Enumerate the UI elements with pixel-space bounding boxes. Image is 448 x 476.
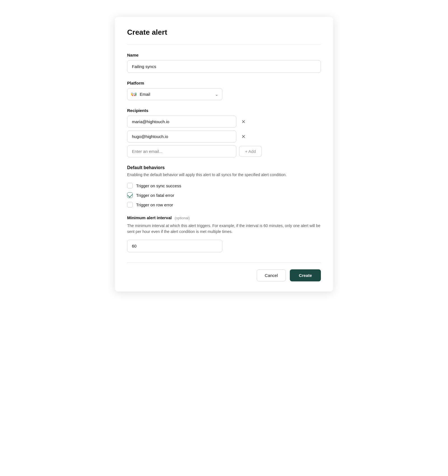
name-section: Name xyxy=(127,53,321,73)
recipients-label: Recipients xyxy=(127,108,321,113)
interval-section: Minimum alert interval (optional) The mi… xyxy=(127,215,321,252)
create-button[interactable]: Create xyxy=(290,269,321,281)
recipient-input-0[interactable] xyxy=(127,116,236,128)
default-behaviors-title: Default behaviors xyxy=(127,165,321,170)
recipient-row: ✕ xyxy=(127,130,321,143)
add-email-label: + Add xyxy=(245,149,256,154)
interval-description: The minimum interval at which this alert… xyxy=(127,223,321,235)
platform-label: Platform xyxy=(127,81,321,85)
interval-optional-text: (optional) xyxy=(174,216,190,220)
remove-recipient-button-1[interactable]: ✕ xyxy=(239,132,248,141)
remove-recipient-button-0[interactable]: ✕ xyxy=(239,118,248,126)
default-behaviors-section: Default behaviors Enabling the default b… xyxy=(127,165,321,207)
page-title: Create alert xyxy=(127,28,321,37)
checkbox-row-error[interactable] xyxy=(127,202,133,207)
cancel-button[interactable]: Cancel xyxy=(257,269,286,281)
add-email-button[interactable]: + Add xyxy=(239,146,262,157)
recipient-input-1[interactable] xyxy=(127,130,236,143)
recipients-list: ✕ ✕ + Add xyxy=(127,116,321,157)
new-email-input[interactable] xyxy=(127,145,236,157)
interval-input[interactable] xyxy=(127,240,222,252)
footer-actions: Cancel Create xyxy=(127,262,321,281)
checkbox-row-fatal-error: Trigger on fatal error xyxy=(127,192,321,198)
recipient-row: ✕ xyxy=(127,116,321,128)
name-label: Name xyxy=(127,53,321,57)
add-email-row: + Add xyxy=(127,145,321,157)
name-input[interactable] xyxy=(127,60,321,73)
platform-select[interactable]: Email Slack PagerDuty Webhook xyxy=(127,88,222,100)
divider xyxy=(127,45,321,45)
checkbox-row-row-error: Trigger on row error xyxy=(127,202,321,207)
checkbox-fatal-error-label: Trigger on fatal error xyxy=(136,193,174,198)
checkbox-row-error-label: Trigger on row error xyxy=(136,202,173,207)
checkbox-row-sync-success: Trigger on sync success xyxy=(127,183,321,188)
create-alert-modal: Create alert Name Platform xyxy=(115,17,333,291)
interval-label: Minimum alert interval (optional) xyxy=(127,215,321,220)
platform-section: Platform Email Slack PagerDuty Webho xyxy=(127,81,321,100)
checkbox-sync-success[interactable] xyxy=(127,183,133,188)
platform-select-wrapper: Email Slack PagerDuty Webhook ⌄ xyxy=(127,88,222,100)
checkbox-sync-success-label: Trigger on sync success xyxy=(136,183,181,188)
interval-label-text: Minimum alert interval xyxy=(127,215,172,220)
recipients-section: Recipients ✕ ✕ + Add xyxy=(127,108,321,157)
checkbox-fatal-error[interactable] xyxy=(127,192,133,198)
default-behaviors-description: Enabling the default behavior will apply… xyxy=(127,172,321,178)
interval-input-wrapper xyxy=(127,240,222,252)
